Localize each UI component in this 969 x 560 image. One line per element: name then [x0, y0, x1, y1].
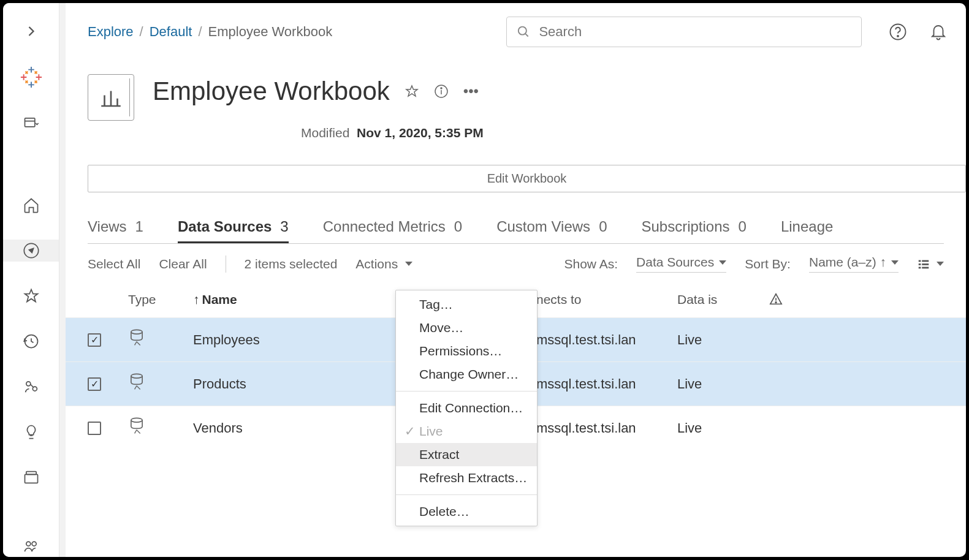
help-icon[interactable]	[889, 23, 907, 41]
search-input[interactable]	[539, 24, 851, 40]
menu-edit-connection[interactable]: Edit Connection…	[396, 396, 537, 420]
search-icon	[517, 25, 530, 39]
menu-delete[interactable]: Delete…	[396, 500, 537, 523]
bell-icon[interactable]	[929, 23, 948, 41]
scrollbar[interactable]	[59, 3, 66, 557]
sort-by-label: Sort By:	[745, 257, 791, 271]
svg-rect-37	[919, 260, 921, 262]
search-box[interactable]	[506, 17, 862, 47]
svg-point-29	[897, 36, 899, 37]
show-as-label: Show As:	[564, 257, 618, 271]
svg-point-24	[26, 542, 30, 546]
list-toolbar: Select All Clear All 2 items selected Ac…	[66, 244, 966, 284]
svg-point-45	[131, 330, 142, 334]
svg-point-36	[441, 88, 442, 89]
chevron-right-icon	[23, 23, 40, 40]
view-mode-toggle[interactable]	[917, 257, 944, 271]
col-header-type[interactable]: Type	[128, 292, 193, 309]
svg-rect-41	[919, 267, 921, 268]
sidebar-recommend[interactable]	[3, 421, 59, 443]
sidebar-home[interactable]	[3, 194, 59, 216]
tableau-logo-icon	[20, 66, 43, 89]
breadcrumb-current: Employee Workbook	[208, 24, 333, 40]
row-checkbox[interactable]	[88, 333, 101, 347]
people-icon	[23, 537, 40, 554]
svg-rect-40	[922, 263, 929, 265]
menu-move[interactable]: Move…	[396, 316, 537, 339]
sidebar-favorites[interactable]	[3, 285, 59, 307]
datasource-icon	[128, 373, 145, 392]
actions-context-menu: Tag… Move… Permissions… Change Owner… Ed…	[395, 290, 538, 526]
tab-connected-metrics[interactable]: Connected Metrics0	[323, 218, 462, 243]
window-dropdown-icon	[23, 115, 40, 132]
menu-live: ✓Live	[396, 420, 537, 443]
menu-change-owner[interactable]: Change Owner…	[396, 363, 537, 386]
sidebar-expand[interactable]	[3, 20, 59, 42]
sidebar-recents[interactable]	[3, 330, 59, 352]
tab-views[interactable]: Views1	[88, 218, 143, 243]
clock-icon	[23, 333, 40, 350]
sidebar-collections[interactable]	[3, 466, 59, 488]
svg-line-27	[525, 34, 528, 37]
svg-rect-38	[922, 260, 929, 262]
breadcrumb-project[interactable]: Default	[150, 24, 192, 40]
box-icon	[23, 469, 40, 486]
col-header-connects[interactable]: nects to	[536, 292, 677, 309]
row-data-is: Live	[677, 420, 769, 436]
svg-rect-22	[25, 474, 37, 483]
svg-point-44	[775, 302, 777, 303]
datasource-icon	[128, 328, 145, 348]
svg-point-20	[26, 382, 30, 386]
menu-extract[interactable]: Extract	[396, 443, 537, 466]
sidebar-logo[interactable]	[3, 66, 59, 89]
tab-data-sources[interactable]: Data Sources3	[178, 218, 289, 243]
info-icon[interactable]	[434, 84, 449, 99]
menu-permissions[interactable]: Permissions…	[396, 339, 537, 363]
lightbulb-icon	[23, 423, 40, 441]
svg-point-46	[131, 374, 142, 378]
row-connects: mssql.test.tsi.lan	[536, 420, 677, 436]
col-header-warning[interactable]	[769, 292, 800, 309]
tab-custom-views[interactable]: Custom Views0	[496, 218, 607, 243]
workbook-icon	[88, 74, 134, 121]
svg-point-25	[32, 542, 36, 546]
breadcrumb-explore[interactable]: Explore	[88, 24, 134, 40]
list-view-icon	[917, 257, 930, 271]
tab-subscriptions[interactable]: Subscriptions0	[641, 218, 746, 243]
clear-all-link[interactable]: Clear All	[159, 257, 207, 271]
modified-value: Nov 1, 2020, 5:35 PM	[357, 126, 484, 140]
sidebar-shared[interactable]	[3, 376, 59, 398]
row-data-is: Live	[677, 376, 769, 392]
menu-tag[interactable]: Tag…	[396, 293, 537, 316]
row-checkbox[interactable]	[88, 377, 101, 391]
more-icon[interactable]: •••	[463, 83, 479, 100]
caret-down-icon	[937, 262, 944, 266]
svg-point-47	[131, 418, 142, 422]
row-checkbox[interactable]	[88, 422, 101, 435]
caret-down-icon	[405, 262, 412, 266]
menu-refresh-extracts[interactable]: Refresh Extracts…	[396, 466, 537, 490]
favorite-star-icon[interactable]	[405, 84, 419, 99]
sidebar-new[interactable]	[3, 112, 59, 134]
sidebar-users[interactable]	[3, 535, 59, 557]
modified-label: Modified	[301, 126, 349, 140]
show-as-dropdown[interactable]: Data Sources	[636, 255, 726, 273]
select-all-link[interactable]: Select All	[88, 257, 140, 271]
page-title: Employee Workbook	[153, 77, 390, 106]
sidebar-explore[interactable]	[3, 240, 59, 262]
edit-workbook-button[interactable]: Edit Workbook	[88, 165, 966, 192]
star-icon	[23, 287, 40, 305]
row-connects: mssql.test.tsi.lan	[536, 376, 677, 392]
col-header-data-is[interactable]: Data is	[677, 292, 769, 309]
sort-by-dropdown[interactable]: Name (a–z) ↑	[809, 255, 899, 273]
breadcrumb: Explore / Default / Employee Workbook	[88, 24, 332, 40]
tab-lineage[interactable]: Lineage	[781, 218, 833, 243]
caret-down-icon	[891, 260, 899, 265]
svg-rect-16	[25, 118, 34, 127]
home-icon	[23, 197, 40, 214]
actions-dropdown[interactable]: Actions	[355, 257, 412, 271]
warning-icon	[769, 292, 783, 306]
selected-count: 2 items selected	[245, 257, 338, 271]
compass-icon	[23, 242, 40, 259]
tabs-bar: Views1 Data Sources3 Connected Metrics0 …	[88, 218, 944, 244]
